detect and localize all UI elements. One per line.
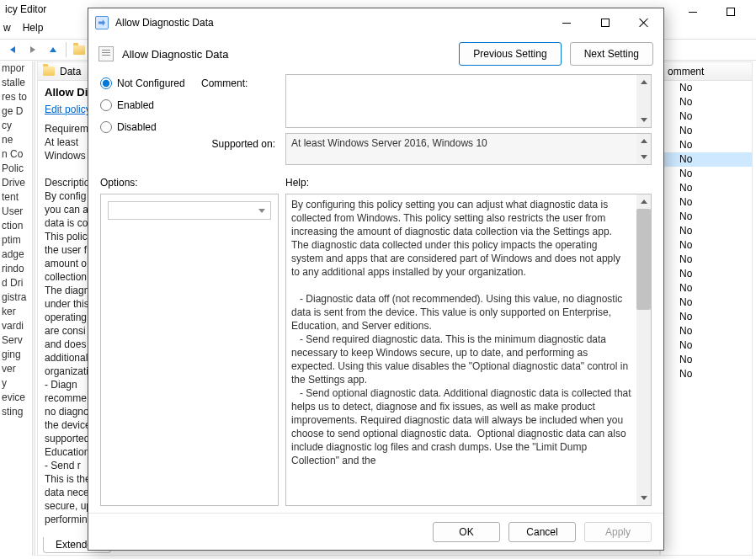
splitter[interactable] — [32, 61, 35, 556]
tree-item[interactable]: rindo — [2, 262, 32, 276]
back-button[interactable] — [3, 40, 22, 59]
tree-item[interactable]: res to — [2, 90, 32, 104]
dialog-titlebar[interactable]: Allow Diagnostic Data — [88, 8, 663, 37]
list-row[interactable]: No — [661, 210, 752, 224]
tree-item[interactable]: ne — [2, 133, 32, 147]
radio-input-disabled[interactable] — [100, 121, 112, 133]
radio-disabled[interactable]: Disabled — [100, 121, 194, 133]
cancel-button[interactable]: Cancel — [508, 522, 576, 542]
tree-item[interactable]: ptim — [2, 233, 32, 248]
list-row[interactable]: No — [661, 367, 752, 381]
list-row[interactable]: No — [661, 181, 752, 195]
close-button[interactable] — [625, 10, 663, 35]
minimize-icon — [562, 23, 571, 24]
scroll-up-icon[interactable] — [636, 75, 651, 89]
tree-item[interactable]: tent — [2, 190, 32, 205]
dialog-title: Allow Diagnostic Data — [115, 17, 547, 29]
tree-item[interactable]: gistra — [2, 290, 32, 305]
folder-button[interactable] — [70, 40, 88, 59]
options-dropdown[interactable] — [108, 201, 271, 220]
list-row[interactable]: No — [661, 109, 752, 124]
up-button[interactable] — [44, 40, 62, 59]
list-pane: omment NoNoNoNoNoNoNoNoNoNoNoNoNoNoNoNoN… — [660, 61, 753, 556]
next-setting-button[interactable]: Next Setting — [570, 42, 653, 66]
list-row[interactable]: No — [661, 281, 752, 295]
options-label: Options: — [100, 170, 279, 189]
menu-item[interactable]: w — [0, 20, 19, 37]
tree-item[interactable]: ge D — [2, 104, 32, 119]
help-text: By configuring this policy setting you c… — [286, 194, 636, 505]
separator — [66, 42, 67, 57]
apply-button[interactable]: Apply — [584, 522, 652, 542]
tree-item[interactable]: d Dri — [2, 276, 32, 290]
comment-field[interactable] — [285, 74, 652, 128]
list-row[interactable]: No — [661, 195, 752, 210]
parent-menubar: w Help — [0, 20, 51, 37]
list-row[interactable]: No — [661, 167, 752, 181]
parent-minimize-button[interactable] — [673, 0, 711, 24]
column-header-comment[interactable]: omment — [661, 62, 752, 81]
tree-item[interactable]: vardi — [2, 319, 32, 333]
scroll-down-icon[interactable] — [636, 150, 651, 164]
list-row[interactable]: No — [661, 81, 752, 95]
tree-item[interactable]: User — [2, 205, 32, 219]
list-row[interactable]: No — [661, 353, 752, 367]
radio-not-configured[interactable]: Not Configured — [100, 77, 194, 89]
dialog-icon — [95, 16, 109, 29]
scrollbar[interactable] — [636, 75, 651, 127]
tree-item[interactable]: evice — [2, 391, 32, 405]
minimize-icon — [689, 12, 697, 13]
tree-item[interactable]: mpor — [2, 61, 32, 76]
list-row[interactable]: No — [661, 338, 752, 353]
tree-item[interactable]: n Co — [2, 147, 32, 162]
list-row[interactable]: No — [661, 310, 752, 324]
list-row[interactable]: No — [661, 253, 752, 267]
close-icon — [639, 18, 649, 28]
tree-item[interactable]: Serv — [2, 333, 32, 348]
list-row[interactable]: No — [661, 224, 752, 238]
comment-value[interactable] — [286, 75, 636, 127]
edit-label: Edit — [45, 104, 62, 115]
list-row[interactable]: No — [661, 138, 752, 152]
tree-item[interactable]: ver — [2, 362, 32, 376]
scroll-up-icon[interactable] — [636, 194, 651, 209]
list-row[interactable]: No — [661, 324, 752, 338]
scroll-down-icon[interactable] — [636, 491, 651, 505]
list-row[interactable]: No — [661, 238, 752, 253]
help-label: Help: — [285, 170, 652, 189]
radio-input-not-configured[interactable] — [100, 77, 112, 89]
tree-pane[interactable]: mporstalleres toge Dcynen CoPolicDrivete… — [0, 61, 32, 556]
maximize-icon — [601, 19, 610, 27]
tree-item[interactable]: sting — [2, 405, 32, 419]
parent-maximize-button[interactable] — [711, 0, 749, 24]
tree-item[interactable]: cy — [2, 119, 32, 133]
tree-item[interactable]: ker — [2, 305, 32, 319]
previous-setting-button[interactable]: Previous Setting — [459, 42, 561, 66]
scroll-thumb[interactable] — [636, 209, 651, 310]
tree-item[interactable]: ging — [2, 348, 32, 362]
list-row[interactable]: No — [661, 124, 752, 138]
minimize-button[interactable] — [547, 10, 586, 35]
radio-input-enabled[interactable] — [100, 99, 112, 111]
list-row[interactable]: No — [661, 95, 752, 109]
scrollbar[interactable] — [636, 194, 651, 505]
menu-help[interactable]: Help — [19, 20, 52, 37]
scroll-up-icon[interactable] — [636, 134, 651, 148]
tree-item[interactable]: ction — [2, 219, 32, 233]
list-row[interactable]: No — [661, 295, 752, 310]
tree-item[interactable]: adge — [2, 248, 32, 262]
tree-item[interactable]: Drive — [2, 176, 32, 190]
folder-icon — [73, 45, 85, 55]
list-row[interactable]: No — [661, 152, 752, 167]
tree-item[interactable]: stalle — [2, 76, 32, 90]
ok-button[interactable]: OK — [433, 522, 500, 542]
scroll-down-icon[interactable] — [636, 113, 651, 127]
tree-item[interactable]: Polic — [2, 162, 32, 176]
maximize-button[interactable] — [586, 10, 625, 35]
scrollbar[interactable] — [636, 134, 651, 164]
list-row[interactable]: No — [661, 267, 752, 281]
forward-button[interactable] — [24, 40, 42, 59]
radio-enabled[interactable]: Enabled — [100, 99, 194, 111]
supported-on-label: Supported on: — [201, 133, 279, 165]
tree-item[interactable]: y — [2, 376, 32, 391]
